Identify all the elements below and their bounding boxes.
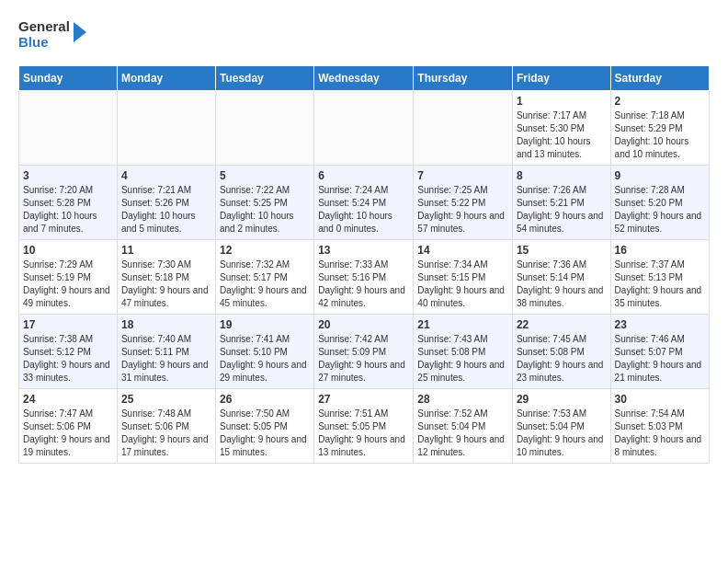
day-number: 5 xyxy=(220,169,310,182)
calendar-cell: 2Sunrise: 7:18 AM Sunset: 5:29 PM Daylig… xyxy=(610,90,709,165)
day-number: 25 xyxy=(121,393,211,406)
calendar-cell: 22Sunrise: 7:45 AM Sunset: 5:08 PM Dayli… xyxy=(512,314,610,388)
day-info: Sunrise: 7:41 AM Sunset: 5:10 PM Dayligh… xyxy=(220,333,310,385)
calendar-cell: 9Sunrise: 7:28 AM Sunset: 5:20 PM Daylig… xyxy=(610,165,709,239)
day-number: 17 xyxy=(23,318,113,331)
calendar-cell: 11Sunrise: 7:30 AM Sunset: 5:18 PM Dayli… xyxy=(117,239,215,314)
day-info: Sunrise: 7:25 AM Sunset: 5:22 PM Dayligh… xyxy=(417,184,508,236)
calendar-cell: 7Sunrise: 7:25 AM Sunset: 5:22 PM Daylig… xyxy=(414,165,513,239)
day-number: 7 xyxy=(417,169,508,182)
day-info: Sunrise: 7:20 AM Sunset: 5:28 PM Dayligh… xyxy=(23,184,113,236)
calendar-cell: 18Sunrise: 7:40 AM Sunset: 5:11 PM Dayli… xyxy=(117,314,215,388)
day-number: 24 xyxy=(23,393,113,406)
day-info: Sunrise: 7:18 AM Sunset: 5:29 PM Dayligh… xyxy=(615,109,705,161)
calendar-cell xyxy=(216,90,314,165)
day-number: 18 xyxy=(121,318,211,331)
day-number: 28 xyxy=(417,393,508,406)
calendar-cell: 28Sunrise: 7:52 AM Sunset: 5:04 PM Dayli… xyxy=(414,388,513,463)
day-number: 15 xyxy=(517,244,607,257)
day-number: 13 xyxy=(318,244,409,257)
day-number: 10 xyxy=(23,244,113,257)
day-info: Sunrise: 7:30 AM Sunset: 5:18 PM Dayligh… xyxy=(121,259,211,310)
weekday-header: Friday xyxy=(512,65,610,90)
day-number: 30 xyxy=(615,393,705,406)
day-number: 26 xyxy=(220,393,310,406)
calendar-cell: 4Sunrise: 7:21 AM Sunset: 5:26 PM Daylig… xyxy=(117,165,215,239)
calendar-cell: 30Sunrise: 7:54 AM Sunset: 5:03 PM Dayli… xyxy=(610,388,709,463)
day-info: Sunrise: 7:47 AM Sunset: 5:06 PM Dayligh… xyxy=(23,408,113,459)
calendar-cell: 27Sunrise: 7:51 AM Sunset: 5:05 PM Dayli… xyxy=(314,388,414,463)
calendar-cell xyxy=(19,90,118,165)
day-info: Sunrise: 7:28 AM Sunset: 5:20 PM Dayligh… xyxy=(615,184,705,236)
day-number: 1 xyxy=(517,95,607,108)
day-number: 6 xyxy=(318,169,409,182)
day-info: Sunrise: 7:24 AM Sunset: 5:24 PM Dayligh… xyxy=(318,184,409,236)
day-info: Sunrise: 7:32 AM Sunset: 5:17 PM Dayligh… xyxy=(220,259,310,310)
day-info: Sunrise: 7:46 AM Sunset: 5:07 PM Dayligh… xyxy=(615,333,705,385)
calendar-cell: 17Sunrise: 7:38 AM Sunset: 5:12 PM Dayli… xyxy=(19,314,118,388)
weekday-header: Monday xyxy=(117,65,215,90)
page-header: General Blue xyxy=(18,18,710,51)
day-info: Sunrise: 7:22 AM Sunset: 5:25 PM Dayligh… xyxy=(220,184,310,236)
calendar-cell: 10Sunrise: 7:29 AM Sunset: 5:19 PM Dayli… xyxy=(19,239,118,314)
calendar-cell: 8Sunrise: 7:26 AM Sunset: 5:21 PM Daylig… xyxy=(512,165,610,239)
day-info: Sunrise: 7:34 AM Sunset: 5:15 PM Dayligh… xyxy=(417,259,508,310)
calendar-week-row: 10Sunrise: 7:29 AM Sunset: 5:19 PM Dayli… xyxy=(19,239,710,314)
day-info: Sunrise: 7:45 AM Sunset: 5:08 PM Dayligh… xyxy=(517,333,607,385)
calendar-cell xyxy=(414,90,513,165)
logo-text: General Blue xyxy=(18,18,70,51)
day-number: 16 xyxy=(615,244,705,257)
day-info: Sunrise: 7:43 AM Sunset: 5:08 PM Dayligh… xyxy=(417,333,508,385)
calendar-cell: 26Sunrise: 7:50 AM Sunset: 5:05 PM Dayli… xyxy=(216,388,314,463)
day-info: Sunrise: 7:54 AM Sunset: 5:03 PM Dayligh… xyxy=(615,408,705,459)
calendar-week-row: 3Sunrise: 7:20 AM Sunset: 5:28 PM Daylig… xyxy=(19,165,710,239)
calendar-cell: 13Sunrise: 7:33 AM Sunset: 5:16 PM Dayli… xyxy=(314,239,414,314)
day-info: Sunrise: 7:52 AM Sunset: 5:04 PM Dayligh… xyxy=(417,408,508,459)
day-number: 29 xyxy=(517,393,607,406)
day-number: 3 xyxy=(23,169,113,182)
calendar-table: SundayMondayTuesdayWednesdayThursdayFrid… xyxy=(18,65,710,464)
weekday-header: Thursday xyxy=(414,65,513,90)
calendar-week-row: 1Sunrise: 7:17 AM Sunset: 5:30 PM Daylig… xyxy=(19,90,710,165)
calendar-week-row: 17Sunrise: 7:38 AM Sunset: 5:12 PM Dayli… xyxy=(19,314,710,388)
logo-arrow xyxy=(72,22,86,46)
day-number: 20 xyxy=(318,318,409,331)
day-number: 21 xyxy=(417,318,508,331)
calendar-cell: 23Sunrise: 7:46 AM Sunset: 5:07 PM Dayli… xyxy=(610,314,709,388)
weekday-header: Wednesday xyxy=(314,65,414,90)
day-info: Sunrise: 7:21 AM Sunset: 5:26 PM Dayligh… xyxy=(121,184,211,236)
calendar-cell: 15Sunrise: 7:36 AM Sunset: 5:14 PM Dayli… xyxy=(512,239,610,314)
calendar-cell: 29Sunrise: 7:53 AM Sunset: 5:04 PM Dayli… xyxy=(512,388,610,463)
calendar-header-row: SundayMondayTuesdayWednesdayThursdayFrid… xyxy=(19,65,710,90)
calendar-cell: 14Sunrise: 7:34 AM Sunset: 5:15 PM Dayli… xyxy=(414,239,513,314)
calendar-cell: 1Sunrise: 7:17 AM Sunset: 5:30 PM Daylig… xyxy=(512,90,610,165)
calendar-week-row: 24Sunrise: 7:47 AM Sunset: 5:06 PM Dayli… xyxy=(19,388,710,463)
day-number: 2 xyxy=(615,95,705,108)
calendar-cell: 20Sunrise: 7:42 AM Sunset: 5:09 PM Dayli… xyxy=(314,314,414,388)
calendar-cell: 6Sunrise: 7:24 AM Sunset: 5:24 PM Daylig… xyxy=(314,165,414,239)
day-number: 8 xyxy=(517,169,607,182)
day-info: Sunrise: 7:37 AM Sunset: 5:13 PM Dayligh… xyxy=(615,259,705,310)
calendar-cell: 21Sunrise: 7:43 AM Sunset: 5:08 PM Dayli… xyxy=(414,314,513,388)
day-info: Sunrise: 7:17 AM Sunset: 5:30 PM Dayligh… xyxy=(517,109,607,161)
logo: General Blue xyxy=(18,18,86,51)
weekday-header: Saturday xyxy=(610,65,709,90)
day-number: 27 xyxy=(318,393,409,406)
svg-marker-0 xyxy=(74,22,86,42)
day-info: Sunrise: 7:29 AM Sunset: 5:19 PM Dayligh… xyxy=(23,259,113,310)
day-info: Sunrise: 7:38 AM Sunset: 5:12 PM Dayligh… xyxy=(23,333,113,385)
day-number: 9 xyxy=(615,169,705,182)
day-info: Sunrise: 7:53 AM Sunset: 5:04 PM Dayligh… xyxy=(517,408,607,459)
calendar-cell: 16Sunrise: 7:37 AM Sunset: 5:13 PM Dayli… xyxy=(610,239,709,314)
day-info: Sunrise: 7:26 AM Sunset: 5:21 PM Dayligh… xyxy=(517,184,607,236)
weekday-header: Tuesday xyxy=(216,65,314,90)
day-info: Sunrise: 7:40 AM Sunset: 5:11 PM Dayligh… xyxy=(121,333,211,385)
day-info: Sunrise: 7:50 AM Sunset: 5:05 PM Dayligh… xyxy=(220,408,310,459)
calendar-cell xyxy=(314,90,414,165)
calendar-cell: 25Sunrise: 7:48 AM Sunset: 5:06 PM Dayli… xyxy=(117,388,215,463)
calendar-cell: 24Sunrise: 7:47 AM Sunset: 5:06 PM Dayli… xyxy=(19,388,118,463)
weekday-header: Sunday xyxy=(19,65,118,90)
day-number: 19 xyxy=(220,318,310,331)
day-number: 23 xyxy=(615,318,705,331)
calendar-cell xyxy=(117,90,215,165)
